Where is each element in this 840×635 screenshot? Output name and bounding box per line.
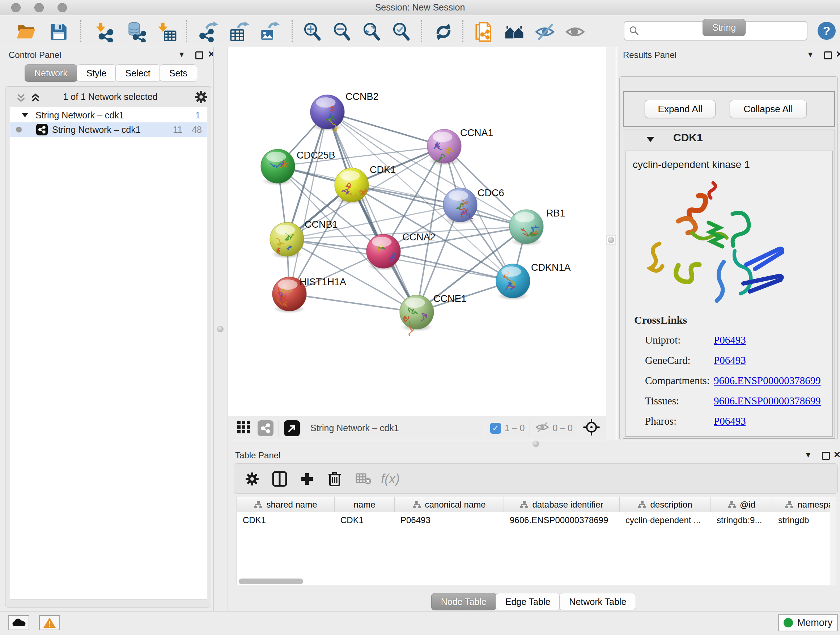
crosslink-link[interactable]: 9606.ENSP00000378699 xyxy=(714,375,821,386)
right-splitter[interactable] xyxy=(606,47,617,440)
edge-CCNB2-CCNA1[interactable] xyxy=(327,112,444,146)
node-CDK1[interactable] xyxy=(335,168,369,204)
external-link-icon[interactable] xyxy=(284,420,300,436)
expand-all-networks-icon[interactable] xyxy=(29,92,42,105)
tab-node-table[interactable]: Node Table xyxy=(431,593,496,610)
network-options-gear-icon[interactable] xyxy=(194,90,208,105)
results-panel-close-icon[interactable]: ✕ xyxy=(836,49,840,59)
left-splitter-handle[interactable] xyxy=(217,326,224,333)
node-CCNA1[interactable] xyxy=(427,129,461,166)
gene-collapse-arrow-icon[interactable] xyxy=(646,136,655,144)
export-image-icon[interactable] xyxy=(257,20,281,43)
node-CCNE1[interactable] xyxy=(400,295,434,336)
help-button[interactable]: ? xyxy=(818,22,836,40)
delete-column-trash-icon[interactable] xyxy=(323,467,346,491)
control-panel-float-icon[interactable] xyxy=(195,51,203,59)
save-session-icon[interactable] xyxy=(47,20,70,43)
horizontal-splitter[interactable] xyxy=(228,440,840,448)
table-cell[interactable]: cyclin-dependent ... xyxy=(620,512,711,528)
tab-network[interactable]: Network xyxy=(25,65,77,82)
table-row[interactable]: CDK1CDK1P064939606.ENSP00000378699cyclin… xyxy=(237,512,836,528)
node-CDC25B[interactable] xyxy=(261,149,295,186)
table-cell[interactable]: stringdb xyxy=(772,512,836,528)
fit-content-crosshair-icon[interactable] xyxy=(583,419,600,438)
table-settings-gear-icon[interactable] xyxy=(240,467,264,491)
horizontal-splitter-handle[interactable] xyxy=(532,440,539,447)
birds-eye-grid-icon[interactable] xyxy=(237,420,251,437)
node-CCNB1[interactable] xyxy=(270,222,304,259)
edge-HIST1H1A-CCNE1[interactable] xyxy=(289,294,417,312)
delete-table-icon[interactable] xyxy=(352,467,375,491)
show-columns-icon[interactable] xyxy=(268,467,291,491)
table-cell[interactable]: P06493 xyxy=(395,512,504,528)
horizontal-scrollbar-thumb[interactable] xyxy=(239,578,303,584)
node-CCNB2[interactable] xyxy=(310,95,344,131)
table-panel-close-icon[interactable]: ✕ xyxy=(834,450,840,460)
network-canvas[interactable]: CCNB2CCNA1CDC25BCDK1CDC6RB1CCNB1CCNA2CDK… xyxy=(228,47,606,416)
table-cell[interactable]: 9606.ENSP00000378699 xyxy=(504,512,620,528)
zoom-fit-icon[interactable] xyxy=(360,20,384,43)
memory-button[interactable]: Memory xyxy=(778,614,838,631)
table-cell[interactable]: CDK1 xyxy=(335,512,395,528)
expand-all-button[interactable]: Expand All xyxy=(645,100,715,118)
string-document-icon[interactable] xyxy=(472,20,496,43)
table-panel-float-icon[interactable] xyxy=(822,452,830,460)
network-graph[interactable]: CCNB2CCNA1CDC25BCDK1CDC6RB1CCNB1CCNA2CDK… xyxy=(228,47,606,416)
network-row[interactable]: String Network – cdk1 11 48 xyxy=(10,122,207,137)
column-header-description[interactable]: description xyxy=(620,497,711,512)
vertical-scrollbar-track[interactable] xyxy=(830,497,836,585)
crosslink-link[interactable]: P06493 xyxy=(714,334,746,346)
hide-selected-eye-slash-icon[interactable] xyxy=(533,20,556,43)
zoom-out-icon[interactable] xyxy=(331,20,354,43)
collection-expand-arrow-icon[interactable] xyxy=(21,110,29,120)
table-panel-menu-icon[interactable]: ▾ xyxy=(806,450,810,460)
network-collection-row[interactable]: String Network – cdk1 1 xyxy=(10,108,207,122)
tab-network-table[interactable]: Network Table xyxy=(559,593,636,610)
tab-style[interactable]: Style xyxy=(77,65,117,82)
column-header-shared-name[interactable]: shared name xyxy=(237,497,335,512)
cloud-status-button[interactable] xyxy=(8,615,29,630)
warnings-button[interactable] xyxy=(39,615,60,630)
import-network-from-database-icon[interactable] xyxy=(125,20,148,43)
open-session-icon[interactable] xyxy=(14,20,38,43)
column-header-name[interactable]: name xyxy=(335,497,395,512)
add-column-plus-icon[interactable] xyxy=(295,467,319,491)
export-network-icon[interactable] xyxy=(197,20,220,43)
import-table-icon[interactable] xyxy=(156,20,179,43)
results-panel-float-icon[interactable] xyxy=(824,51,832,59)
table-cell[interactable]: CDK1 xyxy=(237,512,335,528)
control-panel-menu-icon[interactable]: ▾ xyxy=(180,49,184,59)
crosslink-link[interactable]: P06493 xyxy=(714,355,746,366)
node-CDKN1A[interactable] xyxy=(496,264,530,301)
right-splitter-handle[interactable] xyxy=(606,235,616,245)
export-table-icon[interactable] xyxy=(227,20,250,43)
collapse-all-networks-icon[interactable] xyxy=(15,92,27,105)
column-header-canonical-name[interactable]: canonical name xyxy=(395,497,504,512)
node-CCNA2[interactable] xyxy=(366,234,401,271)
column-header-database-identifier[interactable]: database identifier xyxy=(504,497,620,512)
crosslink-link[interactable]: P06493 xyxy=(714,415,746,427)
show-all-eye-icon[interactable] xyxy=(564,20,587,43)
results-panel-menu-icon[interactable]: ▾ xyxy=(808,49,813,59)
crosslink-link[interactable]: 9606.ENSP00000378699 xyxy=(714,395,821,407)
tab-sets[interactable]: Sets xyxy=(159,65,197,82)
edge-CCNA2-CDKN1A[interactable] xyxy=(384,251,513,281)
table-cell[interactable]: stringdb:9... xyxy=(711,512,772,528)
column-header-namespace[interactable]: namespace xyxy=(772,497,836,512)
zoom-selected-icon[interactable] xyxy=(390,20,413,43)
function-builder-icon[interactable]: f(x) xyxy=(379,467,402,491)
refresh-icon[interactable] xyxy=(432,20,455,43)
edge-CCNB2-HIST1H1A[interactable] xyxy=(289,112,327,294)
left-splitter[interactable] xyxy=(213,47,228,611)
collapse-all-button[interactable]: Collapse All xyxy=(729,100,807,118)
column-header--id[interactable]: @id xyxy=(711,497,772,512)
node-CDC6[interactable] xyxy=(443,188,477,225)
tab-edge-table[interactable]: Edge Table xyxy=(496,593,561,610)
network-badge-icon[interactable] xyxy=(257,420,273,436)
import-network-icon[interactable] xyxy=(94,20,117,43)
homology-houses-icon[interactable] xyxy=(503,20,526,43)
node-RB1[interactable] xyxy=(509,210,543,246)
tab-select[interactable]: Select xyxy=(115,65,160,82)
hidden-eye-slash-icon[interactable] xyxy=(535,421,549,435)
selected-checkbox-icon[interactable]: ✓ xyxy=(490,423,501,434)
